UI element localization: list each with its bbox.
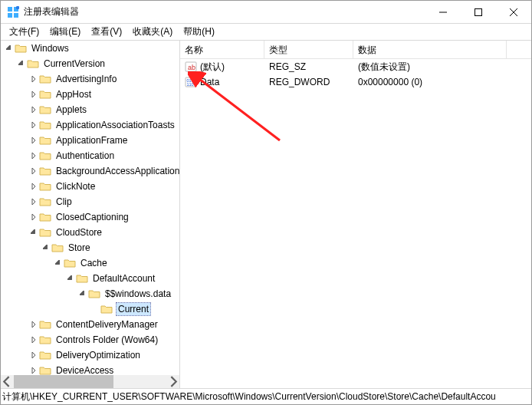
tree-item[interactable]: Controls Folder (Wow64): [1, 332, 179, 347]
tree-label: DeviceAccess: [54, 364, 115, 375]
expander-closed-icon[interactable]: [28, 212, 39, 222]
close-button[interactable]: [496, 1, 531, 23]
value-name: Data: [200, 77, 219, 87]
menu-file[interactable]: 文件(F): [4, 24, 44, 40]
expander-closed-icon[interactable]: [28, 135, 39, 146]
minimize-button[interactable]: [425, 1, 461, 23]
expander-open-icon[interactable]: [4, 43, 15, 54]
tree-item[interactable]: DeviceAccess: [1, 363, 179, 375]
expander-closed-icon[interactable]: [28, 319, 39, 330]
scroll-track[interactable]: [14, 375, 166, 388]
expander-closed-icon[interactable]: [28, 334, 39, 345]
folder-icon: [39, 334, 51, 345]
expander-closed-icon[interactable]: [28, 104, 39, 115]
tree-label: AppHost: [54, 88, 93, 100]
list-body[interactable]: ab(默认)REG_SZ(数值未设置)011110DataREG_DWORD0x…: [180, 59, 531, 90]
tree-label: DefaultAccount: [91, 272, 156, 285]
expander-open-icon[interactable]: [28, 227, 39, 238]
folder-icon: [39, 350, 51, 361]
folder-icon: [39, 120, 51, 130]
maximize-button[interactable]: [461, 1, 496, 23]
folder-icon: [27, 58, 39, 69]
tree-label: Current: [116, 302, 151, 316]
tree-label: CloudStore: [54, 226, 103, 239]
value-name: (默认): [200, 61, 225, 74]
tree-item[interactable]: Store: [1, 240, 179, 255]
tree-label: Applets: [54, 104, 88, 116]
folder-icon: [39, 89, 51, 100]
expander-none: [90, 304, 100, 314]
expander-closed-icon[interactable]: [28, 120, 39, 130]
value-type: REG_DWORD: [269, 77, 330, 87]
col-data[interactable]: 数据: [353, 41, 507, 58]
col-type[interactable]: 类型: [264, 41, 353, 58]
window-title: 注册表编辑器: [24, 5, 425, 18]
tree-item[interactable]: BackgroundAccessApplications: [1, 163, 179, 179]
svg-rect-6: [475, 8, 482, 15]
tree-item[interactable]: DeliveryOptimization: [1, 347, 179, 363]
tree-item[interactable]: Cache: [1, 255, 179, 271]
tree-item[interactable]: CurrentVersion: [1, 56, 179, 71]
tree-item[interactable]: Clip: [1, 194, 179, 209]
tree-label: ApplicationFrame: [54, 134, 129, 147]
tree-item[interactable]: AppHost: [1, 87, 179, 102]
tree-view[interactable]: WindowsCurrentVersionAdvertisingInfoAppH…: [1, 41, 179, 375]
expander-open-icon[interactable]: [53, 258, 64, 268]
menu-edit[interactable]: 编辑(E): [44, 24, 86, 40]
expander-open-icon[interactable]: [65, 273, 76, 284]
scroll-left-button[interactable]: [1, 375, 14, 388]
expander-closed-icon[interactable]: [28, 150, 39, 161]
expander-closed-icon[interactable]: [28, 350, 39, 361]
string-value-icon: ab: [185, 61, 197, 73]
menu-help[interactable]: 帮助(H): [178, 24, 220, 40]
tree-item[interactable]: CloudStore: [1, 225, 179, 240]
tree-label: Controls Folder (Wow64): [54, 334, 159, 346]
tree-item[interactable]: Windows: [1, 41, 179, 56]
scroll-thumb[interactable]: [14, 375, 113, 388]
folder-icon: [100, 304, 113, 314]
expander-open-icon[interactable]: [41, 242, 51, 253]
tree-item[interactable]: ContentDeliveryManager: [1, 317, 179, 332]
folder-icon: [39, 181, 51, 192]
menu-favorites[interactable]: 收藏夹(A): [127, 24, 178, 40]
tree-label: ContentDeliveryManager: [54, 318, 159, 331]
tree-h-scrollbar[interactable]: [1, 375, 179, 388]
tree-item[interactable]: ClickNote: [1, 179, 179, 194]
expander-open-icon[interactable]: [77, 288, 88, 299]
tree-item[interactable]: Current: [1, 301, 179, 317]
tree-item[interactable]: Authentication: [1, 148, 179, 163]
value-row[interactable]: 011110DataREG_DWORD0x00000000 (0): [180, 74, 531, 90]
expander-closed-icon[interactable]: [28, 365, 39, 375]
svg-rect-0: [8, 7, 12, 12]
menu-view[interactable]: 查看(V): [86, 24, 127, 40]
expander-closed-icon[interactable]: [28, 89, 39, 100]
content-area: WindowsCurrentVersionAdvertisingInfoAppH…: [1, 40, 531, 388]
expander-closed-icon[interactable]: [28, 166, 39, 176]
value-row[interactable]: ab(默认)REG_SZ(数值未设置): [180, 59, 531, 74]
title-bar: 注册表编辑器: [1, 1, 531, 24]
tree-item[interactable]: ApplicationAssociationToasts: [1, 117, 179, 133]
expander-closed-icon[interactable]: [28, 181, 39, 192]
value-data: (数值未设置): [358, 61, 410, 74]
tree-label: ApplicationAssociationToasts: [54, 119, 176, 131]
tree-item[interactable]: ApplicationFrame: [1, 133, 179, 148]
tree-label: Authentication: [54, 150, 116, 162]
status-bar: 计算机\HKEY_CURRENT_USER\SOFTWARE\Microsoft…: [1, 388, 531, 404]
expander-open-icon[interactable]: [16, 58, 27, 69]
tree-item[interactable]: ClosedCaptioning: [1, 209, 179, 225]
tree-label: ClosedCaptioning: [54, 211, 130, 223]
tree-item[interactable]: $$windows.data: [1, 286, 179, 301]
tree-label: Store: [67, 242, 92, 254]
tree-item[interactable]: DefaultAccount: [1, 271, 179, 286]
tree-label: Windows: [30, 42, 71, 54]
list-header: 名称 类型 数据: [180, 41, 531, 59]
col-name[interactable]: 名称: [180, 41, 264, 58]
tree-label: BackgroundAccessApplications: [54, 165, 179, 177]
expander-closed-icon[interactable]: [28, 74, 39, 84]
scroll-right-button[interactable]: [166, 375, 179, 388]
tree-item[interactable]: AdvertisingInfo: [1, 71, 179, 87]
tree-item[interactable]: Applets: [1, 102, 179, 117]
list-pane: 名称 类型 数据 ab(默认)REG_SZ(数值未设置)011110DataRE…: [180, 41, 531, 388]
folder-icon: [51, 242, 64, 253]
expander-closed-icon[interactable]: [28, 196, 39, 207]
